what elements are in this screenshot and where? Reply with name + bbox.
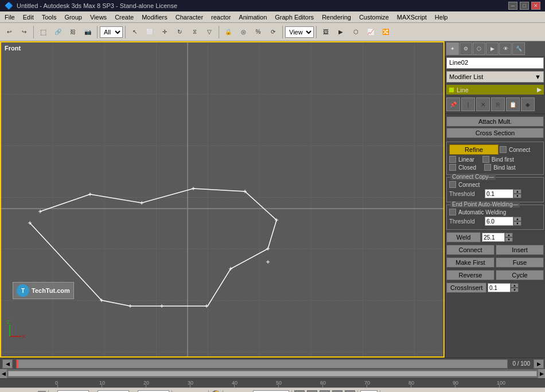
tab-utilities[interactable]: 🔧 [512,42,525,55]
weld-input[interactable] [482,233,505,242]
menu-item-file[interactable]: File [1,11,18,22]
tab-modify[interactable]: ⚙ [460,42,472,55]
crossinsert-input[interactable] [488,283,511,292]
menu-item-reactor[interactable]: reactor [208,11,234,22]
menu-item-edit[interactable]: Edit [20,11,37,22]
timeline-track[interactable] [16,359,508,369]
attach-mult-button[interactable]: Attach Mult. [446,116,544,127]
ref-coord[interactable]: ▽ [203,25,216,39]
stack-paste[interactable]: 📋 [506,97,520,111]
stack-make-unique[interactable]: ◆ [521,97,535,111]
minimize-button[interactable]: ─ [508,2,517,10]
menu-item-graph-editors[interactable]: Graph Editors [271,11,317,22]
connect2-button[interactable]: Connect [446,245,495,255]
quick-render[interactable]: ▶ [334,25,348,39]
snap-toggle[interactable]: 🔒 [221,25,235,39]
redo-button[interactable]: ↪ [17,25,31,39]
timeline-expand-right[interactable]: ▶ [534,359,544,369]
linear-checkbox[interactable] [449,156,456,163]
stack-copy[interactable]: ⎘ [491,97,505,111]
cycle-button[interactable]: Cycle [496,270,544,280]
auto-weld-checkbox[interactable] [449,209,456,215]
x-input[interactable] [57,390,89,393]
menu-item-create[interactable]: Create [111,11,137,22]
maximize-button[interactable]: □ [520,2,529,10]
menu-item-views[interactable]: Views [87,11,110,22]
menu-item-tools[interactable]: Tools [38,11,60,22]
timeline-scroll-left[interactable]: ◀ [0,369,7,378]
tab-hierarchy[interactable]: ⬡ [473,42,485,55]
threshold2-down[interactable]: ▼ [513,221,521,226]
selection-filter-dropdown[interactable]: All [100,26,123,38]
timeline-thumb[interactable] [8,371,537,377]
tab-motion[interactable]: ▶ [486,42,499,55]
close-button[interactable]: ✕ [531,2,540,10]
closed-checkbox[interactable] [449,164,456,171]
prev-frame-button[interactable]: |◀ [294,390,305,393]
timeline-expand[interactable]: ◀ [2,359,13,369]
next-key-button[interactable]: ▶▶ [332,390,342,393]
menu-item-help[interactable]: Help [431,11,451,22]
frame-input[interactable] [360,390,377,393]
connect-checkbox[interactable] [500,146,507,153]
stack-show-all[interactable]: | [461,97,475,111]
menu-item-character[interactable]: Character [172,11,207,22]
connect-copy-checkbox[interactable] [449,181,456,188]
menu-item-group[interactable]: Group [61,11,85,22]
weld-up[interactable]: ▲ [505,233,513,237]
material-editor[interactable]: ⬡ [349,25,363,39]
curve-editor[interactable]: 📈 [364,25,377,39]
move-tool[interactable]: ✛ [158,25,172,39]
weld-button[interactable]: Weld [446,232,481,242]
tab-display[interactable]: 👁 [499,42,512,55]
viewport-dropdown[interactable]: View [285,26,314,38]
cross-section-button[interactable]: Cross Section [446,128,544,138]
object-name-field[interactable]: Line02 [446,57,544,69]
selected-dropdown[interactable]: Selected [253,390,289,393]
menu-item-rendering[interactable]: Rendering [318,11,355,22]
menu-item-customize[interactable]: Customize [356,11,392,22]
insert-button[interactable]: Insert [496,245,544,255]
threshold2-up[interactable]: ▲ [513,217,521,221]
play-button[interactable]: ▶ [320,390,330,393]
menu-item-maxscript[interactable]: MAXScript [394,11,430,22]
reverse-button[interactable]: Reverse [446,270,495,280]
stack-pin[interactable]: 📌 [446,97,460,111]
crossinsert-down[interactable]: ▼ [511,288,519,292]
threshold-up[interactable]: ▲ [513,189,521,194]
unlink-button[interactable]: ⛓ [66,25,80,39]
render-button[interactable]: 🖼 [319,25,333,39]
link-button[interactable]: 🔗 [51,25,65,39]
menu-item-modifiers[interactable]: Modifiers [138,11,171,22]
z-input[interactable] [138,390,169,393]
percent-snap[interactable]: % [251,25,265,39]
camera-button[interactable]: 📷 [81,25,95,39]
angle-snap[interactable]: ◎ [236,25,250,39]
select-button[interactable]: ⬚ [36,25,50,39]
spinner-snap[interactable]: ⟳ [266,25,280,39]
schematic-view[interactable]: 🔀 [379,25,392,39]
crossinsert-button[interactable]: CrossInsert [446,283,486,293]
new-button[interactable]: ↩ [2,25,16,39]
modifier-list-dropdown[interactable]: Modifier List ▼ [446,71,544,83]
bind-last-checkbox[interactable] [484,164,491,171]
threshold-down[interactable]: ▼ [513,194,521,198]
stack-delete[interactable]: ✕ [476,97,490,111]
key-icon[interactable]: 🔑 [211,390,220,393]
make-first-button[interactable]: Make First [446,257,495,268]
y-input[interactable] [98,390,129,393]
weld-down[interactable]: ▼ [505,237,513,242]
menu-item-animation[interactable]: Animation [235,11,270,22]
prev-key-button[interactable]: ◀◀ [307,390,317,393]
threshold-input[interactable] [485,189,513,198]
threshold2-input[interactable] [485,217,513,226]
region-select[interactable]: ⬜ [143,25,157,39]
viewport[interactable]: Front [0,41,445,358]
bind-first-checkbox[interactable] [482,156,489,163]
next-frame-button[interactable]: ▶| [345,390,355,393]
tab-create[interactable]: ✦ [446,42,459,55]
refine-button[interactable]: Refine [449,144,499,155]
crossinsert-up[interactable]: ▲ [511,283,519,288]
scale-tool[interactable]: ⧖ [188,25,201,39]
fuse-button[interactable]: Fuse [496,257,544,268]
